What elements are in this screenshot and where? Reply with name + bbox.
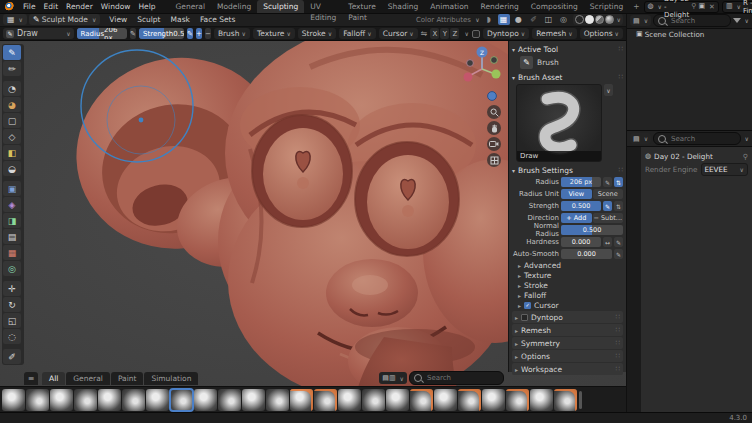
- brush-asset-panel-header[interactable]: ▾Brush Asset∷: [512, 71, 623, 83]
- workspace-tab-modeling[interactable]: Modeling: [211, 0, 257, 13]
- brush-thumbnail-2[interactable]: [26, 389, 49, 411]
- workspace-tab-shading[interactable]: Shading: [382, 0, 424, 13]
- solid-shading-button[interactable]: [585, 15, 594, 24]
- brush-thumbnail-15[interactable]: [338, 389, 361, 411]
- properties-editor-icon[interactable]: ▤∨: [630, 133, 651, 144]
- workspace-tab-uv-editing[interactable]: UV Editing: [304, 0, 342, 13]
- menu-help[interactable]: Help: [134, 2, 159, 11]
- normal-radius-slider[interactable]: 0.500: [561, 225, 623, 235]
- workspace-tab-general[interactable]: General: [169, 0, 211, 13]
- texture-display-chip[interactable]: ▦: [498, 14, 510, 25]
- viewport-menu-sculpt[interactable]: Sculpt: [132, 15, 165, 24]
- direction-subt[interactable]: − Subt...: [593, 213, 624, 223]
- popover-brush[interactable]: Brush∨: [214, 28, 250, 39]
- workspace-tab-rendering[interactable]: Rendering: [475, 0, 525, 13]
- brush-thumbnail-11[interactable]: [242, 389, 265, 411]
- viewport-menu-mask[interactable]: Mask: [166, 15, 195, 24]
- tool-cloth-filter[interactable]: ▦: [3, 245, 21, 260]
- mirror-y-toggle[interactable]: Y: [440, 28, 449, 39]
- strength-value-slider[interactable]: 0.500: [561, 201, 601, 211]
- brush-thumbnail-5[interactable]: [98, 389, 121, 411]
- brush-thumbnail-19[interactable]: [434, 389, 457, 411]
- strength-unified-toggle[interactable]: ⇅: [614, 201, 623, 211]
- radius-value-slider[interactable]: 206 px: [561, 177, 601, 187]
- camera-view-button[interactable]: [487, 137, 501, 151]
- mirror-x-toggle[interactable]: X: [430, 28, 439, 39]
- menu-window[interactable]: Window: [97, 2, 135, 11]
- navigation-gizmo[interactable]: Z: [460, 43, 504, 91]
- brush-thumbnail-12[interactable]: [266, 389, 289, 411]
- show-gizmo-toggle[interactable]: ◫: [543, 14, 555, 25]
- 3d-viewport[interactable]: ✎✏◔◕▢◇◧◒▣◈◨▤▦◎✛↻◱◌✐ Z ▾Active Tool∷ ✎ Br…: [0, 41, 626, 412]
- mode-selector[interactable]: ✎ Sculpt Mode ∨: [29, 14, 100, 25]
- tool-move[interactable]: ✛: [3, 281, 21, 296]
- menu-render[interactable]: Render: [62, 2, 97, 11]
- popover-stroke[interactable]: Stroke∨: [298, 28, 336, 39]
- hardness-invert-toggle[interactable]: ↔: [603, 237, 612, 247]
- tool-rotate[interactable]: ↻: [3, 297, 21, 312]
- asset-shelf-search-input[interactable]: [425, 373, 499, 383]
- radius-pressure-toggle[interactable]: ✎: [130, 28, 136, 39]
- color-attributes-popover[interactable]: Color Attributes ∨: [416, 16, 480, 24]
- brush-thumbnail-18[interactable]: [410, 389, 433, 411]
- tool-box-trim[interactable]: ▣: [3, 181, 21, 196]
- panel-options[interactable]: ▸Options∷: [512, 350, 623, 362]
- outliner-row-scene-collection[interactable]: ▣Scene Collection: [627, 30, 752, 40]
- brush-thumbnail-24[interactable]: [554, 389, 577, 411]
- subpanel-advanced[interactable]: ▸Advanced: [512, 260, 623, 270]
- chevron-down-icon[interactable]: ∨: [745, 135, 749, 142]
- tool-lasso-mask[interactable]: ◇: [3, 129, 21, 144]
- render-engine-select[interactable]: EEVEE ∨: [701, 163, 748, 176]
- blender-logo-icon[interactable]: [5, 2, 15, 12]
- radius-unified-toggle[interactable]: ⇅: [614, 177, 623, 187]
- perspective-toggle-button[interactable]: [487, 153, 501, 167]
- dyntopo-checkbox[interactable]: [472, 30, 480, 38]
- tool-transform[interactable]: ◌: [3, 329, 21, 344]
- brush-thumbnail-6[interactable]: [122, 389, 145, 411]
- subpanel-stroke[interactable]: ▸Stroke: [512, 280, 623, 290]
- tool-box-hide[interactable]: ◒: [3, 161, 21, 176]
- asset-shelf-display-popover[interactable]: ▤▥∨: [379, 372, 407, 384]
- popover-cursor[interactable]: Cursor∨: [379, 28, 418, 39]
- annotation-pen-chip[interactable]: ✐: [528, 14, 540, 25]
- hardness-slider[interactable]: 0.000: [561, 237, 601, 247]
- auto-smooth-pressure-toggle[interactable]: ✎: [614, 249, 623, 259]
- mirror-z-toggle[interactable]: Z: [450, 28, 459, 39]
- add-workspace-button[interactable]: +: [629, 0, 643, 13]
- brush-asset-dropdown[interactable]: ∨: [604, 84, 613, 96]
- brush-thumbnail-22[interactable]: [506, 389, 529, 411]
- direction-add[interactable]: + Add: [561, 213, 592, 223]
- tool-box-face-set[interactable]: ◧: [3, 145, 21, 160]
- brush-thumbnail-1[interactable]: [2, 389, 25, 411]
- brush-thumbnail-3[interactable]: [50, 389, 73, 411]
- material-shading-button[interactable]: [595, 15, 604, 24]
- remesh-popover[interactable]: Remesh∨: [532, 28, 576, 39]
- cursor-checkbox[interactable]: ✓: [524, 302, 531, 309]
- zoom-button[interactable]: [487, 105, 501, 119]
- workspace-tab-compositing[interactable]: Compositing: [525, 0, 584, 13]
- pin-icon[interactable]: ⚲: [691, 3, 696, 10]
- brush-thumbnail-13[interactable]: [290, 389, 313, 411]
- workspace-tab-scripting[interactable]: Scripting: [584, 0, 629, 13]
- scene-selector[interactable]: ◍ ∨ Day 02 - Delight ⚲ ▣ ✕: [644, 1, 719, 13]
- brush-thumbnail-9[interactable]: [194, 389, 217, 411]
- brush-selector[interactable]: ✎ Draw ∨: [3, 28, 74, 39]
- tool-paint[interactable]: ✏: [3, 61, 21, 76]
- unlink-scene-icon[interactable]: ✕: [707, 3, 715, 11]
- brush-thumbnail-16[interactable]: [362, 389, 385, 411]
- workspace-tab-animation[interactable]: Animation: [424, 0, 474, 13]
- tool-annotate[interactable]: ✐: [3, 349, 21, 364]
- brush-thumbnail-7[interactable]: [146, 389, 169, 411]
- active-tool-panel-header[interactable]: ▾Active Tool∷: [512, 43, 623, 55]
- view-layer-selector[interactable]: ▥ ∨ R - Final ▣ ✕: [722, 1, 752, 13]
- subpanel-falloff[interactable]: ▸Falloff: [512, 290, 623, 300]
- chevron-down-icon[interactable]: ∨: [464, 30, 468, 37]
- shelf-tab-simulation[interactable]: Simulation: [144, 372, 198, 385]
- panel-dyntopo[interactable]: ▸Dyntopo∷: [512, 311, 623, 323]
- rendered-shading-button[interactable]: [605, 15, 614, 24]
- eyedropper-chip[interactable]: ◗: [483, 14, 495, 25]
- subpanel-texture[interactable]: ▸Texture: [512, 270, 623, 280]
- viewport-menu-face-sets[interactable]: Face Sets: [195, 15, 241, 24]
- options-popover[interactable]: Options∨: [580, 28, 623, 39]
- workspace-tab-sculpting[interactable]: Sculpting: [257, 0, 304, 13]
